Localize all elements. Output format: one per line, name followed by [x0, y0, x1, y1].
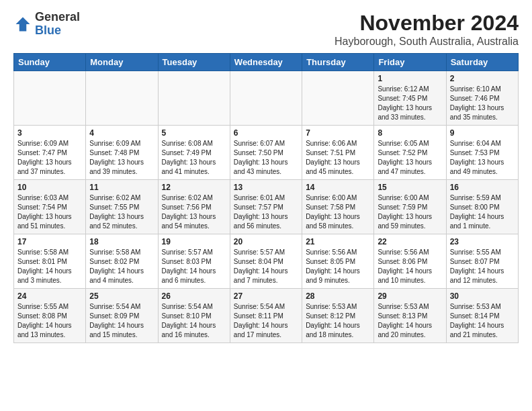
day-number: 13	[234, 183, 298, 192]
calendar-cell: 28Sunrise: 5:53 AM Sunset: 8:12 PM Dayli…	[302, 289, 374, 343]
calendar-cell: 1Sunrise: 6:12 AM Sunset: 7:45 PM Daylig…	[374, 71, 446, 126]
calendar-cell: 17Sunrise: 5:58 AM Sunset: 8:01 PM Dayli…	[14, 234, 86, 289]
day-number: 2	[450, 74, 515, 83]
calendar-cell	[302, 71, 374, 126]
weekday-header: Friday	[374, 54, 446, 71]
day-info: Sunrise: 6:00 AM Sunset: 7:58 PM Dayligh…	[306, 193, 370, 231]
logo-blue-label: Blue	[35, 24, 80, 38]
day-number: 17	[17, 237, 82, 246]
day-number: 7	[306, 128, 370, 138]
page-title: November 2024	[335, 11, 519, 36]
day-info: Sunrise: 6:05 AM Sunset: 7:52 PM Dayligh…	[378, 139, 442, 177]
day-info: Sunrise: 5:55 AM Sunset: 8:07 PM Dayligh…	[450, 248, 515, 285]
calendar-cell: 13Sunrise: 6:01 AM Sunset: 7:57 PM Dayli…	[230, 180, 302, 234]
day-number: 26	[162, 291, 226, 301]
day-info: Sunrise: 5:58 AM Sunset: 8:02 PM Dayligh…	[89, 248, 154, 285]
calendar-cell: 7Sunrise: 6:06 AM Sunset: 7:51 PM Daylig…	[302, 126, 374, 180]
day-info: Sunrise: 6:07 AM Sunset: 7:50 PM Dayligh…	[234, 139, 298, 177]
calendar-cell: 23Sunrise: 5:55 AM Sunset: 8:07 PM Dayli…	[446, 234, 518, 289]
logo-general-label: General	[35, 11, 80, 24]
calendar-cell: 2Sunrise: 6:10 AM Sunset: 7:46 PM Daylig…	[446, 71, 518, 126]
calendar-cell: 11Sunrise: 6:02 AM Sunset: 7:55 PM Dayli…	[86, 180, 158, 234]
logo-text: General Blue	[35, 11, 80, 38]
calendar-week-row: 3Sunrise: 6:09 AM Sunset: 7:47 PM Daylig…	[14, 126, 519, 180]
calendar-cell: 26Sunrise: 5:54 AM Sunset: 8:10 PM Dayli…	[158, 289, 230, 343]
day-number: 25	[89, 291, 154, 301]
calendar-cell: 18Sunrise: 5:58 AM Sunset: 8:02 PM Dayli…	[86, 234, 158, 289]
day-number: 20	[234, 237, 298, 246]
day-number: 29	[378, 291, 442, 301]
weekday-header: Thursday	[302, 54, 374, 71]
day-info: Sunrise: 5:58 AM Sunset: 8:01 PM Dayligh…	[17, 248, 82, 285]
weekday-header: Wednesday	[230, 54, 302, 71]
day-info: Sunrise: 5:54 AM Sunset: 8:10 PM Dayligh…	[162, 302, 226, 340]
calendar-cell: 9Sunrise: 6:04 AM Sunset: 7:53 PM Daylig…	[446, 126, 518, 180]
day-info: Sunrise: 6:02 AM Sunset: 7:56 PM Dayligh…	[162, 193, 226, 231]
calendar-cell: 10Sunrise: 6:03 AM Sunset: 7:54 PM Dayli…	[14, 180, 86, 234]
calendar-cell: 3Sunrise: 6:09 AM Sunset: 7:47 PM Daylig…	[14, 126, 86, 180]
calendar-cell: 27Sunrise: 5:54 AM Sunset: 8:11 PM Dayli…	[230, 289, 302, 343]
day-number: 4	[89, 128, 154, 138]
day-number: 9	[450, 128, 515, 138]
calendar-cell: 29Sunrise: 5:53 AM Sunset: 8:13 PM Dayli…	[374, 289, 446, 343]
calendar-cell	[14, 71, 86, 126]
day-info: Sunrise: 5:53 AM Sunset: 8:12 PM Dayligh…	[306, 302, 370, 340]
day-info: Sunrise: 5:56 AM Sunset: 8:05 PM Dayligh…	[306, 248, 370, 285]
logo: General Blue	[13, 11, 80, 38]
calendar-cell: 14Sunrise: 6:00 AM Sunset: 7:58 PM Dayli…	[302, 180, 374, 234]
day-number: 23	[450, 237, 515, 246]
day-info: Sunrise: 6:01 AM Sunset: 7:57 PM Dayligh…	[234, 193, 298, 231]
day-info: Sunrise: 5:57 AM Sunset: 8:04 PM Dayligh…	[234, 248, 298, 285]
calendar-cell: 6Sunrise: 6:07 AM Sunset: 7:50 PM Daylig…	[230, 126, 302, 180]
calendar-cell: 22Sunrise: 5:56 AM Sunset: 8:06 PM Dayli…	[374, 234, 446, 289]
calendar-cell: 12Sunrise: 6:02 AM Sunset: 7:56 PM Dayli…	[158, 180, 230, 234]
day-number: 16	[450, 183, 515, 192]
calendar-cell: 5Sunrise: 6:08 AM Sunset: 7:49 PM Daylig…	[158, 126, 230, 180]
day-number: 18	[89, 237, 154, 246]
day-info: Sunrise: 5:57 AM Sunset: 8:03 PM Dayligh…	[162, 248, 226, 285]
day-info: Sunrise: 5:53 AM Sunset: 8:13 PM Dayligh…	[378, 302, 442, 340]
weekday-header: Tuesday	[158, 54, 230, 71]
day-number: 12	[162, 183, 226, 192]
weekday-header: Sunday	[14, 54, 86, 71]
day-number: 19	[162, 237, 226, 246]
day-number: 8	[378, 128, 442, 138]
calendar-cell	[158, 71, 230, 126]
calendar-week-row: 24Sunrise: 5:55 AM Sunset: 8:08 PM Dayli…	[14, 289, 519, 343]
day-number: 21	[306, 237, 370, 246]
calendar-header-row: SundayMondayTuesdayWednesdayThursdayFrid…	[14, 54, 519, 71]
logo-icon	[13, 15, 32, 34]
day-number: 27	[234, 291, 298, 301]
page-subtitle: Hayborough, South Australia, Australia	[335, 36, 519, 48]
day-number: 24	[17, 291, 82, 301]
day-number: 10	[17, 183, 82, 192]
day-info: Sunrise: 6:08 AM Sunset: 7:49 PM Dayligh…	[162, 139, 226, 177]
calendar-cell	[230, 71, 302, 126]
calendar-week-row: 1Sunrise: 6:12 AM Sunset: 7:45 PM Daylig…	[14, 71, 519, 126]
day-info: Sunrise: 6:09 AM Sunset: 7:47 PM Dayligh…	[17, 139, 82, 177]
page-header: General Blue November 2024 Hayborough, S…	[13, 11, 519, 48]
day-info: Sunrise: 6:02 AM Sunset: 7:55 PM Dayligh…	[89, 193, 154, 231]
calendar-cell: 24Sunrise: 5:55 AM Sunset: 8:08 PM Dayli…	[14, 289, 86, 343]
day-info: Sunrise: 5:59 AM Sunset: 8:00 PM Dayligh…	[450, 193, 515, 231]
day-info: Sunrise: 6:06 AM Sunset: 7:51 PM Dayligh…	[306, 139, 370, 177]
day-info: Sunrise: 6:03 AM Sunset: 7:54 PM Dayligh…	[17, 193, 82, 231]
day-number: 30	[450, 291, 515, 301]
day-number: 5	[162, 128, 226, 138]
day-number: 3	[17, 128, 82, 138]
weekday-header: Saturday	[446, 54, 518, 71]
day-info: Sunrise: 5:55 AM Sunset: 8:08 PM Dayligh…	[17, 302, 82, 340]
calendar-cell: 21Sunrise: 5:56 AM Sunset: 8:05 PM Dayli…	[302, 234, 374, 289]
calendar-cell	[86, 71, 158, 126]
calendar-week-row: 17Sunrise: 5:58 AM Sunset: 8:01 PM Dayli…	[14, 234, 519, 289]
day-info: Sunrise: 6:04 AM Sunset: 7:53 PM Dayligh…	[450, 139, 515, 177]
calendar-cell: 8Sunrise: 6:05 AM Sunset: 7:52 PM Daylig…	[374, 126, 446, 180]
calendar-cell: 15Sunrise: 6:00 AM Sunset: 7:59 PM Dayli…	[374, 180, 446, 234]
day-info: Sunrise: 6:10 AM Sunset: 7:46 PM Dayligh…	[450, 85, 515, 122]
day-number: 22	[378, 237, 442, 246]
day-info: Sunrise: 6:12 AM Sunset: 7:45 PM Dayligh…	[378, 85, 442, 122]
calendar-table: SundayMondayTuesdayWednesdayThursdayFrid…	[13, 53, 519, 343]
day-info: Sunrise: 5:53 AM Sunset: 8:14 PM Dayligh…	[450, 302, 515, 340]
day-number: 15	[378, 183, 442, 192]
day-info: Sunrise: 5:54 AM Sunset: 8:11 PM Dayligh…	[234, 302, 298, 340]
